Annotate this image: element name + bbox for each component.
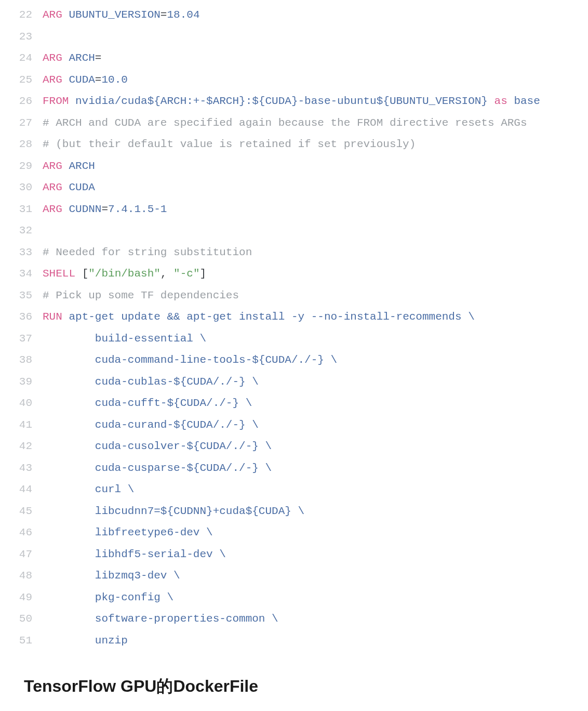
line-number: 34 [10,263,43,285]
code-token: 10.0 [101,74,127,86]
code-token: , [161,268,173,280]
code-content: # ARCH and CUDA are specified again beca… [43,112,578,134]
line-number: 44 [10,479,43,501]
code-token: ARG [43,9,69,21]
code-token: cuda-cusolver-${CUDA/./-} \ [43,440,272,452]
line-number: 30 [10,177,43,199]
code-token: ARG [43,181,69,193]
code-token: CUDA [69,181,95,193]
line-number: 48 [10,565,43,587]
line-number: 40 [10,392,43,414]
code-line: 25ARG CUDA=10.0 [10,69,578,91]
code-token: cuda-cusparse-${CUDA/./-} \ [43,462,272,474]
code-line: 45 libcudnn7=${CUDNN}+cuda${CUDA} \ [10,501,578,522]
line-number: 37 [10,328,43,350]
code-token: libcudnn7=${CUDNN}+cuda${CUDA} \ [43,505,304,517]
code-content: libhdf5-serial-dev \ [43,544,578,565]
code-line: 34SHELL ["/bin/bash", "-c"] [10,263,578,285]
code-line: 36RUN apt-get update && apt-get install … [10,306,578,328]
code-token: "-c" [173,268,199,280]
code-token: ARG [43,52,69,64]
code-line: 22ARG UBUNTU_VERSION=18.04 [10,4,578,26]
code-token: cuda-curand-${CUDA/./-} \ [43,419,259,431]
code-line: 35# Pick up some TF dependencies [10,285,578,307]
code-content: libzmq3-dev \ [43,565,578,587]
line-number: 51 [10,630,43,652]
code-line: 51 unzip [10,630,578,652]
code-token: FROM [43,95,75,107]
code-token: CUDNN [69,203,101,215]
code-token: cuda-cublas-${CUDA/./-} \ [43,376,259,388]
code-token: 7.4.1.5-1 [108,203,167,215]
line-number: 36 [10,306,43,328]
line-number: 49 [10,587,43,609]
line-number: 39 [10,371,43,393]
code-token: curl \ [43,483,134,495]
code-line: 27# ARCH and CUDA are specified again be… [10,112,578,134]
code-token: libhdf5-serial-dev \ [43,548,226,560]
code-content [43,220,578,242]
line-number: 47 [10,544,43,565]
code-line: 49 pkg-config \ [10,587,578,609]
code-line: 38 cuda-command-line-tools-${CUDA/./-} \ [10,349,578,371]
code-content: cuda-cusolver-${CUDA/./-} \ [43,436,578,457]
code-line: 26FROM nvidia/cuda${ARCH:+-$ARCH}:${CUDA… [10,90,578,112]
code-token: as [488,95,514,107]
code-token: pkg-config \ [43,591,173,603]
line-number: 22 [10,4,43,26]
code-line: 40 cuda-cufft-${CUDA/./-} \ [10,392,578,414]
code-content: # Pick up some TF dependencies [43,285,578,307]
line-number: 38 [10,349,43,371]
line-number: 42 [10,436,43,457]
code-content: cuda-curand-${CUDA/./-} \ [43,414,578,436]
code-token: "/bin/bash" [88,268,161,280]
line-number: 29 [10,155,43,177]
code-token: cuda-cufft-${CUDA/./-} \ [43,397,252,409]
code-content: FROM nvidia/cuda${ARCH:+-$ARCH}:${CUDA}-… [43,90,578,112]
code-token: build-essential \ [43,333,206,345]
code-content: ARG ARCH= [43,47,578,69]
line-number: 27 [10,112,43,134]
code-token: = [95,74,102,86]
code-content: libcudnn7=${CUDNN}+cuda${CUDA} \ [43,501,578,522]
code-content: ARG UBUNTU_VERSION=18.04 [43,4,578,26]
line-number: 46 [10,522,43,544]
code-line: 39 cuda-cublas-${CUDA/./-} \ [10,371,578,393]
code-content: pkg-config \ [43,587,578,609]
line-number: 31 [10,199,43,220]
code-line: 47 libhdf5-serial-dev \ [10,544,578,565]
code-content: cuda-command-line-tools-${CUDA/./-} \ [43,349,578,371]
code-line: 33# Needed for string substitution [10,242,578,264]
code-content: ARG CUDA [43,177,578,199]
code-line: 44 curl \ [10,479,578,501]
code-content: # Needed for string substitution [43,242,578,264]
line-number: 43 [10,457,43,479]
code-token: software-properties-common \ [43,613,278,625]
code-token: 18.04 [167,9,199,21]
line-number: 45 [10,501,43,522]
code-content: cuda-cusparse-${CUDA/./-} \ [43,457,578,479]
code-token: SHELL [43,268,82,280]
caption: TensorFlow GPU的DockerFile [0,662,588,710]
code-content: ARG ARCH [43,155,578,177]
code-line: 48 libzmq3-dev \ [10,565,578,587]
code-line: 29ARG ARCH [10,155,578,177]
line-number: 41 [10,414,43,436]
code-token: cuda-command-line-tools-${CUDA/./-} \ [43,354,337,366]
code-token: libfreetype6-dev \ [43,526,213,538]
code-line: 31ARG CUDNN=7.4.1.5-1 [10,199,578,220]
code-token: ARG [43,74,69,86]
code-token: # (but their default value is retained i… [43,138,416,150]
code-line: 24ARG ARCH= [10,47,578,69]
code-token: base [514,95,540,107]
code-line: 32 [10,220,578,242]
code-content [43,26,578,48]
line-number: 33 [10,242,43,264]
line-number: 26 [10,90,43,112]
line-number: 35 [10,285,43,307]
code-content: curl \ [43,479,578,501]
code-token: nvidia/cuda${ARCH:+-$ARCH}:${CUDA}-base-… [75,95,488,107]
code-content: build-essential \ [43,328,578,350]
code-token: ] [200,268,207,280]
code-content: # (but their default value is retained i… [43,134,578,155]
